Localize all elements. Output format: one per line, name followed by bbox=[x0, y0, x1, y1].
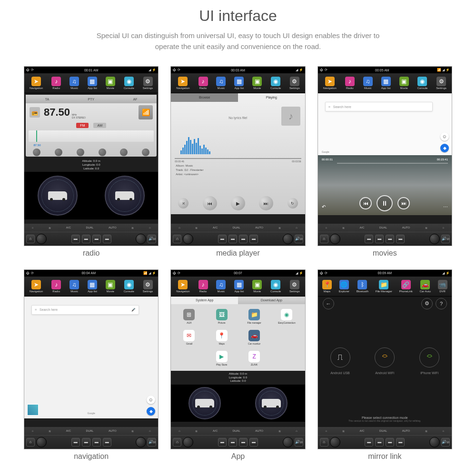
shuffle-button[interactable]: ⤨ bbox=[178, 198, 188, 208]
left-knob[interactable] bbox=[36, 234, 47, 244]
track-metadata: Album: Music Track: DJ - Firestarter Art… bbox=[176, 164, 203, 177]
nav-row: ➤Navigation ♪Radio ♫Music ▦App list ▣Mov… bbox=[24, 73, 158, 93]
radio-band-icon[interactable]: 📻 bbox=[30, 107, 40, 118]
tab-browse[interactable]: Browse bbox=[171, 93, 238, 102]
screen-nav: ⏻⟳00:04 AM📶 ◢ ⚡ ➤Navigation ♪Radio ♫Musi… bbox=[24, 269, 159, 449]
video-prev[interactable]: ⏮ bbox=[359, 197, 372, 209]
video-next[interactable]: ⏭ bbox=[397, 197, 410, 209]
video-progress[interactable] bbox=[337, 163, 448, 164]
app-carmonitor[interactable]: 🚗Car monitor bbox=[239, 328, 269, 347]
nav-movie[interactable]: ▣Movie bbox=[106, 77, 115, 89]
next-button[interactable]: ⏭ bbox=[259, 196, 273, 210]
tab-playing[interactable]: Playing bbox=[238, 93, 305, 102]
map-panel[interactable]: ≡Search here Google ⊙ ◆ bbox=[318, 93, 452, 155]
tab-system-app[interactable]: System App bbox=[171, 297, 238, 304]
preset-2[interactable] bbox=[55, 149, 62, 156]
map-thumbnail[interactable] bbox=[27, 404, 39, 416]
app-grid: ⊞AUX 🖼Picture 📁File manager ◉EasyConnect… bbox=[171, 304, 305, 371]
caption-radio: radio bbox=[24, 249, 159, 258]
home-btn[interactable]: ⌂ bbox=[26, 235, 35, 243]
app-aux[interactable]: ⊞AUX bbox=[174, 307, 204, 326]
nav-row: ➤Navigation ♪Radio ♫Music ▦App list ▣Mov… bbox=[171, 73, 305, 93]
app-playstore[interactable]: ▶Play Store bbox=[207, 349, 237, 368]
preset-6[interactable] bbox=[142, 149, 149, 156]
right-knob[interactable] bbox=[136, 234, 146, 244]
caption-movies: movies bbox=[317, 249, 452, 258]
full-map[interactable]: ≡Search here🎤 Google ⊙ ◆ bbox=[24, 297, 158, 418]
cell-radio: ⏻⟳ 00:01 AM ◢ ⚡ ➤Navigation ♪Radio ♫Musi… bbox=[24, 66, 159, 258]
nav-radio[interactable]: ♪Radio bbox=[51, 77, 61, 89]
nav-music[interactable]: ♫Music bbox=[216, 77, 226, 89]
screen-movies: ⏻⟳00:05 AM📶 ◢ ⚡ ➤Navigation ♪Radio ♫Musi… bbox=[317, 66, 452, 246]
radio-af[interactable]: AF bbox=[133, 98, 138, 101]
progress-bar[interactable] bbox=[175, 158, 301, 159]
cell-media: ⏻⟳ 00:03 AM ◢ ⚡ ➤Navigation ♪Radio ♫Musi… bbox=[170, 66, 305, 258]
video-more[interactable]: ⋯ bbox=[443, 204, 448, 209]
caption-app: App bbox=[170, 452, 305, 461]
hw-controls: ⌂≋A/CDUALAUTO≋⌂ ⌂ ▬▬▬▬ 🔊10 bbox=[24, 224, 158, 246]
back-button[interactable]: ← bbox=[323, 298, 334, 309]
tuner-scale[interactable]: 87.50 bbox=[29, 130, 154, 142]
nav-radio[interactable]: ♪Radio bbox=[198, 77, 208, 89]
directions-fab[interactable]: ◆ bbox=[147, 407, 155, 416]
vol-btn[interactable]: 🔊10 bbox=[148, 235, 156, 243]
nav-applist[interactable]: ▦App list bbox=[234, 77, 244, 89]
search-input[interactable]: ≡Search here🎤 bbox=[31, 305, 139, 315]
directions-fab[interactable]: ◆ bbox=[440, 144, 449, 152]
prev-button[interactable]: ⏮ bbox=[203, 196, 217, 210]
nav-applist[interactable]: ▦App list bbox=[88, 77, 97, 89]
usb-icon: ⎍ bbox=[330, 347, 350, 367]
option-iphone-wifi[interactable]: ⌔ iPhone WiFi bbox=[419, 347, 439, 375]
nav-settings[interactable]: ⚙Settings bbox=[143, 77, 153, 89]
app-picture[interactable]: 🖼Picture bbox=[207, 307, 237, 326]
help-button[interactable]: ? bbox=[436, 298, 447, 309]
app-maps[interactable]: 📍Maps bbox=[207, 328, 237, 347]
cell-movies: ⏻⟳00:05 AM📶 ◢ ⚡ ➤Navigation ♪Radio ♫Musi… bbox=[317, 66, 452, 258]
nav-settings[interactable]: ⚙Settings bbox=[289, 77, 300, 89]
preset-3[interactable] bbox=[77, 149, 84, 156]
settings-button[interactable]: ⚙ bbox=[421, 298, 433, 309]
screen-app: ⏻⟳00:07◢ ⚡ ➤Navigation ♪Radio ♫Music ▦Ap… bbox=[170, 269, 305, 449]
app-zlink[interactable]: ZZLINK bbox=[239, 349, 269, 368]
gauge-right bbox=[105, 176, 145, 216]
radio-ta[interactable]: TA bbox=[45, 98, 49, 101]
nav-movie[interactable]: ▣Movie bbox=[252, 77, 262, 89]
radio-pty[interactable]: PTY bbox=[88, 98, 95, 101]
option-android-wifi[interactable]: ⌔ Android WiFi bbox=[375, 347, 395, 375]
app-filemgr[interactable]: 📁File manager bbox=[239, 307, 269, 326]
radio-panel: TA PTY AF 📻 87.50 MHzDX STEREO 📶 bbox=[26, 95, 157, 157]
radio-frequency: 87.50 bbox=[44, 106, 70, 119]
nav-music[interactable]: ♫Music bbox=[69, 77, 79, 89]
locate-fab[interactable]: ⊙ bbox=[147, 396, 155, 404]
gps-info: Altitude: 0.0 m Longitude: 0.0 Latitude:… bbox=[24, 158, 158, 172]
fm-button[interactable]: FM bbox=[76, 123, 89, 128]
cell-mirror: ⏻⟳00:09 AM◢ ⚡ 📍Maps 🌐Explorer ᛒBluetooth… bbox=[317, 269, 452, 461]
locate-fab[interactable]: ⊙ bbox=[440, 132, 449, 141]
preset-4[interactable] bbox=[99, 149, 106, 156]
nav-navigation[interactable]: ➤Navigation bbox=[176, 77, 189, 89]
nav-console[interactable]: ◉Console bbox=[270, 77, 281, 89]
search-input[interactable]: ≡Search here bbox=[325, 102, 433, 111]
play-button[interactable]: ▶ bbox=[231, 196, 245, 210]
repeat-button[interactable]: ↻ bbox=[288, 198, 298, 208]
video-player[interactable]: 00:00:31 00:23:41 ⏮ ⏸ ⏭ ↶ ⋯ bbox=[318, 155, 452, 215]
connection-prompt: Please select connection mode This versi… bbox=[318, 411, 452, 427]
tab-download-app[interactable]: Download App bbox=[238, 297, 305, 304]
screen-mirror: ⏻⟳00:09 AM◢ ⚡ 📍Maps 🌐Explorer ᛒBluetooth… bbox=[317, 269, 452, 449]
am-button[interactable]: AM bbox=[93, 123, 106, 128]
antenna-icon[interactable]: 📶 bbox=[139, 105, 153, 119]
page-subtitle: Special UI can distinguish from universa… bbox=[0, 30, 476, 52]
option-android-usb[interactable]: ⎍ Android USB bbox=[330, 347, 350, 375]
gps-info: Altitude: 0.0 m Longitude: 0.0 Latitude:… bbox=[171, 371, 305, 385]
app-easyconn[interactable]: ◉EasyConnection bbox=[271, 307, 302, 326]
preset-5[interactable] bbox=[120, 149, 128, 156]
nav-console[interactable]: ◉Console bbox=[124, 77, 134, 89]
nav-navigation[interactable]: ➤Navigation bbox=[30, 77, 43, 89]
preset-1[interactable] bbox=[33, 149, 40, 156]
video-pause[interactable]: ⏸ bbox=[377, 195, 393, 211]
music-note-icon: ♪ bbox=[281, 107, 300, 126]
screen-media: ⏻⟳ 00:03 AM ◢ ⚡ ➤Navigation ♪Radio ♫Musi… bbox=[170, 66, 305, 246]
screenshot-grid: ⏻⟳ 00:01 AM ◢ ⚡ ➤Navigation ♪Radio ♫Musi… bbox=[0, 66, 476, 461]
app-gmail[interactable]: ✉Gmail bbox=[174, 328, 204, 347]
video-back[interactable]: ↶ bbox=[322, 204, 326, 209]
